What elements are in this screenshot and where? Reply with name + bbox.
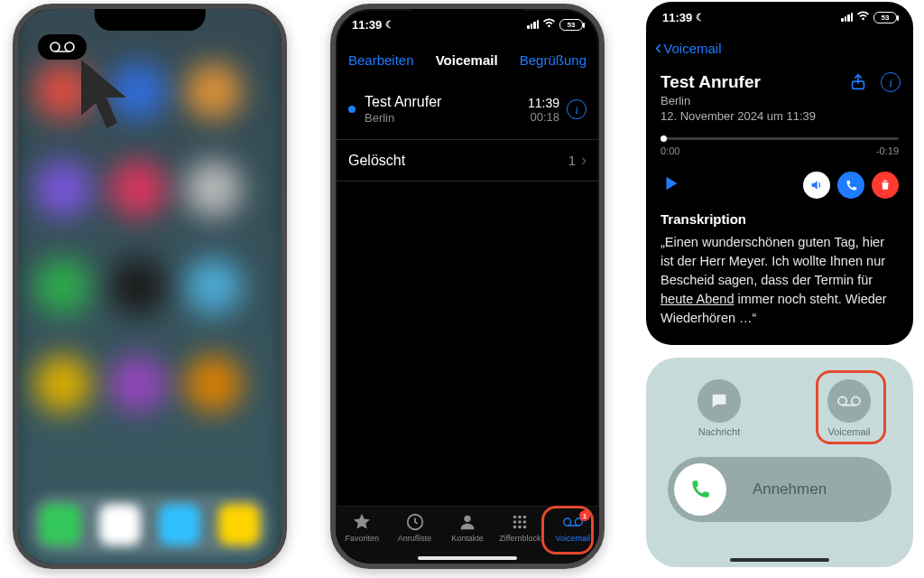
svg-point-7 <box>523 516 527 519</box>
svg-point-6 <box>519 516 522 519</box>
phone-voicemail-list: 11:39 ☾ 53 Bearbeiten Voicemail Begrüßun… <box>330 4 605 569</box>
wifi-icon <box>542 18 556 31</box>
svg-point-9 <box>519 520 522 524</box>
highlight-box <box>541 506 594 555</box>
tab-recents[interactable]: Anrufliste <box>388 512 440 543</box>
unread-dot-icon <box>348 106 356 113</box>
time-remaining: -0:19 <box>876 145 899 156</box>
cellular-icon <box>841 13 853 22</box>
tab-contacts[interactable]: Kontakte <box>441 512 494 543</box>
home-indicator <box>730 558 829 562</box>
chevron-left-icon: ‹ <box>655 38 661 58</box>
svg-point-0 <box>51 42 60 51</box>
message-icon <box>698 379 741 423</box>
call-back-button[interactable] <box>837 172 864 199</box>
battery-icon: 53 <box>559 19 583 31</box>
speaker-button[interactable] <box>803 172 830 199</box>
voicemail-location: Berlin <box>365 111 528 125</box>
tab-keypad[interactable]: Ziffernblock <box>494 512 546 543</box>
svg-point-13 <box>523 526 527 529</box>
greeting-button[interactable]: Begrüßung <box>520 52 587 68</box>
highlight-box <box>816 370 886 444</box>
svg-point-1 <box>65 42 74 51</box>
voicemail-duration: 00:18 <box>528 110 559 124</box>
voicemail-time: 11:39 <box>528 96 559 110</box>
tab-favorites[interactable]: Favoriten <box>336 512 388 543</box>
battery-icon: 53 <box>873 12 897 23</box>
status-time: 11:39 <box>662 11 692 24</box>
dnd-moon-icon: ☾ <box>385 19 394 31</box>
svg-point-10 <box>523 520 527 524</box>
info-button[interactable]: i <box>881 72 901 92</box>
scrubber[interactable]: 0:00 -0:19 <box>661 137 899 156</box>
home-wallpaper-blurred <box>13 4 287 569</box>
svg-point-12 <box>519 526 522 529</box>
svg-point-4 <box>464 516 470 522</box>
tab-keypad-label: Ziffernblock <box>499 534 541 543</box>
cellular-icon <box>527 20 539 29</box>
status-time: 11:39 <box>352 18 382 32</box>
message-button[interactable]: Nachricht <box>695 379 744 437</box>
answer-label: Annehmen <box>733 480 892 499</box>
info-button[interactable]: i <box>567 99 587 119</box>
transcription-heading: Transkription <box>661 211 746 227</box>
star-icon <box>352 512 372 532</box>
phone-icon <box>688 478 712 501</box>
wifi-icon <box>856 11 870 23</box>
voicemail-caller: Test Anrufer <box>365 94 528 110</box>
edit-button[interactable]: Bearbeiten <box>348 52 414 68</box>
svg-point-5 <box>513 516 517 519</box>
incoming-call-screen: Nachricht Voicemail Annehmen <box>646 358 913 567</box>
deleted-count: 1 <box>568 153 576 168</box>
home-indicator <box>418 556 517 560</box>
svg-point-11 <box>513 526 517 529</box>
answer-slider[interactable]: Annehmen <box>668 457 892 522</box>
dnd-moon-icon: ☾ <box>696 12 705 23</box>
detail-date: 12. November 2024 um 11:39 <box>661 109 899 123</box>
cursor-arrow-icon <box>76 56 146 146</box>
notch <box>95 9 206 31</box>
deleted-row[interactable]: Gelöscht 1 › <box>336 139 599 182</box>
status-bar: 11:39 ☾ 53 <box>336 14 599 34</box>
person-icon <box>457 512 477 532</box>
delete-button[interactable] <box>872 172 899 199</box>
share-button[interactable] <box>848 72 868 96</box>
time-elapsed: 0:00 <box>661 145 679 156</box>
voicemail-item[interactable]: Test Anrufer Berlin 11:39 00:18 i <box>336 87 599 134</box>
back-label: Voicemail <box>663 41 721 56</box>
deleted-label: Gelöscht <box>348 153 405 169</box>
tab-recents-label: Anrufliste <box>398 534 432 543</box>
back-button[interactable]: ‹ Voicemail <box>655 38 722 58</box>
voicemail-detail-screen: 11:39 ☾ 53 ‹ Voicemail Test Anrufer Berl… <box>646 2 913 345</box>
chevron-right-icon: › <box>581 151 587 170</box>
phone-home-screen <box>13 4 287 569</box>
transcription-body: „Einen wunderschönen guten Tag, hier ist… <box>661 233 899 328</box>
play-button[interactable] <box>661 173 680 197</box>
tab-favorites-label: Favoriten <box>345 534 379 543</box>
voicemail-icon <box>50 41 75 53</box>
answer-knob[interactable] <box>674 463 726 516</box>
detail-location: Berlin <box>661 94 899 107</box>
voicemail-nav: Bearbeiten Voicemail Begrüßung <box>336 52 599 68</box>
keypad-icon <box>510 512 530 532</box>
tab-contacts-label: Kontakte <box>451 534 484 543</box>
page-title: Voicemail <box>436 52 498 68</box>
message-label: Nachricht <box>698 426 740 437</box>
status-bar: 11:39 ☾ 53 <box>646 7 913 27</box>
svg-point-8 <box>513 520 517 524</box>
clock-icon <box>405 512 425 532</box>
home-dock <box>31 495 269 555</box>
